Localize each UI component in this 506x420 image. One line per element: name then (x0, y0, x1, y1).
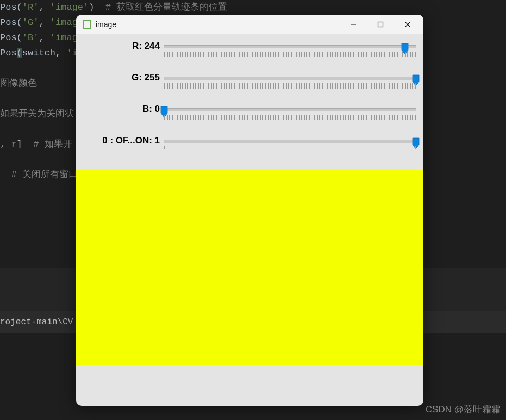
slider-ticks (164, 52, 416, 57)
watermark-text: CSDN @落叶霜霜 (426, 403, 501, 416)
trackbar-g: G: 255 (80, 72, 419, 95)
slider-track (164, 140, 416, 143)
app-icon (83, 20, 91, 29)
opencv-window: image R: 244 (76, 15, 423, 406)
minimize-button[interactable] (340, 15, 367, 34)
close-icon (404, 21, 411, 28)
trackbar-label: G: 255 (80, 72, 164, 83)
trackbar-label: 0 : OF...ON: 1 (80, 135, 164, 146)
trackbar-label: R: 244 (80, 41, 164, 52)
trackbar-r: R: 244 (80, 41, 419, 64)
trackbar-slider-b[interactable] (164, 104, 419, 120)
code-line: ​Pos('R', 'image') # 获取红色分量轨迹条的位置 (0, 0, 506, 15)
color-output-image (76, 170, 423, 365)
trackbar-panel: R: 244 G: 255 (76, 34, 423, 170)
slider-ticks (164, 146, 416, 151)
window-title: image (96, 20, 340, 29)
svg-rect-1 (378, 22, 383, 27)
window-controls (340, 15, 421, 34)
trackbar-slider-switch[interactable] (164, 135, 419, 151)
slider-track (164, 77, 416, 80)
maximize-icon (377, 21, 384, 28)
minimize-icon (350, 21, 357, 28)
slider-ticks (164, 83, 416, 89)
trackbar-slider-r[interactable] (164, 41, 419, 57)
trackbar-switch: 0 : OF...ON: 1 (80, 135, 419, 158)
slider-track (164, 108, 416, 111)
terminal-path: roject-main\CV (0, 317, 73, 327)
trackbar-b: B: 0 (80, 104, 419, 127)
slider-track (164, 45, 416, 48)
window-titlebar[interactable]: image (76, 15, 423, 34)
trackbar-slider-g[interactable] (164, 72, 419, 89)
slider-ticks (164, 115, 416, 120)
trackbar-label: B: 0 (80, 104, 164, 115)
close-button[interactable] (394, 15, 421, 34)
maximize-button[interactable] (367, 15, 394, 34)
